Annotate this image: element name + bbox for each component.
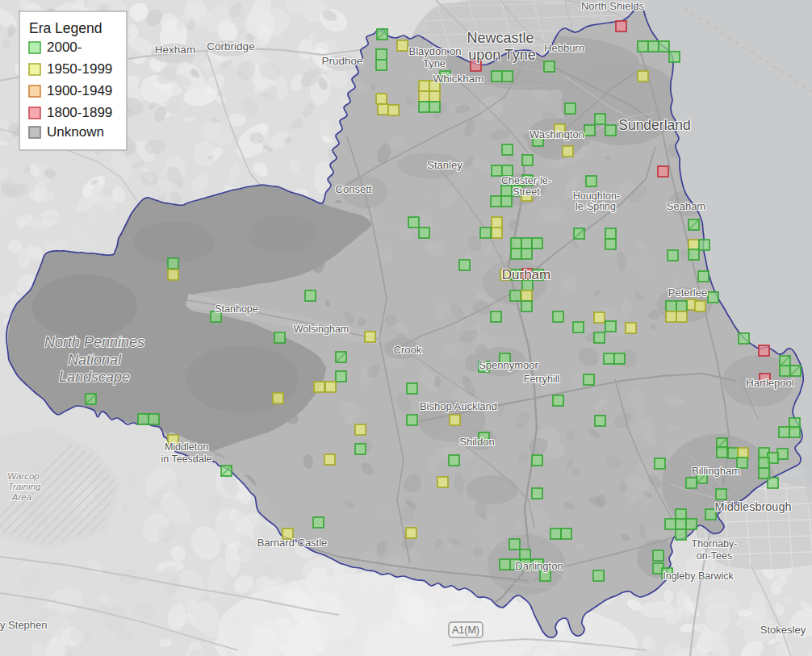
svg-text:Tyne: Tyne (423, 57, 446, 69)
svg-text:Newcastle: Newcastle (467, 30, 534, 46)
svg-text:Sunderland: Sunderland (618, 117, 691, 133)
svg-text:Hartlepool: Hartlepool (746, 377, 793, 389)
svg-text:National: National (68, 352, 122, 368)
svg-text:Darlington: Darlington (515, 560, 563, 572)
svg-text:Washington: Washington (529, 128, 584, 140)
svg-text:Hexham: Hexham (155, 44, 195, 56)
svg-text:Prudhoe: Prudhoe (321, 55, 362, 67)
svg-text:1800-1899: 1800-1899 (47, 105, 112, 120)
svg-text:Wolsingham: Wolsingham (294, 324, 349, 335)
svg-text:Peterlee: Peterlee (668, 286, 707, 299)
svg-text:y Stephen: y Stephen (0, 619, 48, 631)
svg-text:Chester-le-: Chester-le- (501, 175, 551, 186)
svg-text:Seaham: Seaham (667, 200, 705, 212)
svg-text:Training: Training (8, 482, 41, 491)
svg-text:Shildon: Shildon (459, 436, 494, 448)
svg-text:in Teesdale: in Teesdale (161, 453, 211, 465)
svg-text:le-Spring: le-Spring (576, 201, 616, 212)
svg-text:Houghton-: Houghton- (573, 190, 620, 202)
svg-text:Spennymoor: Spennymoor (479, 359, 538, 371)
svg-text:Whickham: Whickham (433, 73, 483, 85)
svg-text:Stokesley: Stokesley (760, 624, 806, 636)
svg-text:North Shields: North Shields (581, 0, 645, 12)
svg-text:Bishop Auckland: Bishop Auckland (420, 400, 497, 412)
svg-text:Corbridge: Corbridge (207, 40, 254, 52)
svg-text:Billingham: Billingham (692, 465, 740, 477)
svg-text:Blaydon on: Blaydon on (408, 45, 461, 57)
svg-text:1900-1949: 1900-1949 (47, 83, 112, 98)
svg-text:Thornaby-: Thornaby- (692, 538, 738, 549)
svg-text:Durham: Durham (502, 267, 550, 282)
svg-text:on-Tees: on-Tees (697, 550, 732, 562)
svg-text:North Pennines: North Pennines (44, 334, 144, 350)
svg-text:1950-1999: 1950-1999 (47, 61, 112, 77)
svg-text:Hebburn: Hebburn (544, 42, 584, 54)
svg-text:Stanhope: Stanhope (215, 303, 258, 315)
svg-text:2000-: 2000- (47, 40, 82, 55)
svg-text:Unknown: Unknown (47, 124, 104, 140)
svg-text:Warcop: Warcop (7, 471, 40, 481)
svg-text:Ferryhill: Ferryhill (524, 374, 559, 385)
svg-text:Consett: Consett (336, 183, 372, 195)
svg-text:A1(M): A1(M) (452, 625, 479, 636)
svg-text:Area: Area (11, 492, 31, 502)
svg-text:Barnard Castle: Barnard Castle (257, 537, 328, 549)
svg-text:Ingleby Barwick: Ingleby Barwick (663, 570, 734, 582)
svg-text:Middleton: Middleton (165, 441, 208, 453)
svg-text:Middlesbrough: Middlesbrough (714, 500, 791, 513)
svg-text:Stanley: Stanley (427, 159, 463, 171)
svg-text:Landscape: Landscape (59, 369, 130, 385)
svg-text:Crook: Crook (394, 344, 422, 356)
svg-text:upon Tyne: upon Tyne (468, 47, 536, 63)
svg-text:Street: Street (513, 186, 540, 198)
svg-text:Era Legend: Era Legend (29, 20, 103, 36)
